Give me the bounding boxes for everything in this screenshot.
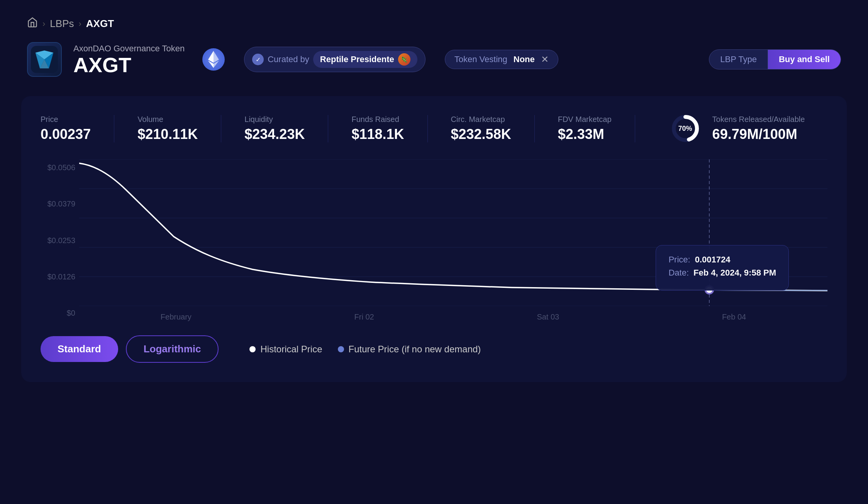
tooltip-price-row: Price: 0.001724: [668, 255, 776, 265]
tooltip-price-value: 0.001724: [695, 255, 731, 265]
breadcrumb-current: AXGT: [86, 18, 114, 30]
price-label: Price: [41, 115, 91, 124]
x-axis: February Fri 02 Sat 03 Feb 04: [79, 313, 827, 321]
legend-historical: Historical Price: [249, 344, 322, 355]
token-logo: [27, 42, 62, 77]
vesting-value: None: [514, 54, 535, 64]
stat-liquidity: Liquidity $234.23K: [244, 115, 328, 142]
curated-badge: ✓ Curated by Reptile Presidente 🦎: [244, 47, 426, 72]
vesting-badge: Token Vesting None ✕: [445, 50, 558, 69]
chart-card: Price 0.00237 Volume $210.11K Liquidity …: [21, 96, 847, 382]
lbp-type-button[interactable]: LBP Type Buy and Sell: [709, 49, 841, 69]
tooltip-date-label: Date:: [668, 268, 689, 278]
logarithmic-button[interactable]: Logarithmic: [126, 335, 219, 363]
breadcrumb-sep1: ›: [42, 19, 45, 29]
lbp-type-value: Buy and Sell: [768, 50, 841, 69]
lbp-type-label: LBP Type: [709, 50, 768, 69]
legend-historical-label: Historical Price: [260, 344, 322, 355]
liquidity-label: Liquidity: [244, 115, 305, 124]
chart-legend: Historical Price Future Price (if no new…: [249, 344, 481, 355]
stat-circ-mcap: Circ. Marketcap $232.58K: [451, 115, 535, 142]
breadcrumb-lbps[interactable]: LBPs: [50, 18, 74, 30]
curator-name[interactable]: Reptile Presidente 🦎: [313, 51, 417, 68]
fdv-label: FDV Marketcap: [558, 115, 612, 124]
legend-future: Future Price (if no new demand): [338, 344, 481, 355]
chart-controls: Standard Logarithmic Historical Price Fu…: [41, 335, 827, 363]
donut-percent: 70%: [678, 125, 692, 133]
tooltip-date-value: Feb 4, 2024, 9:58 PM: [693, 268, 776, 278]
volume-value: $210.11K: [137, 126, 198, 142]
donut-chart: 70%: [670, 113, 701, 144]
x-label-4: Feb 04: [722, 313, 746, 321]
liquidity-value: $234.23K: [244, 126, 305, 142]
fdv-value: $2.33M: [558, 126, 612, 142]
tokens-value: 69.79M/100M: [712, 126, 805, 142]
tokens-label: Tokens Released/Available: [712, 115, 805, 124]
legend-dot-future: [338, 346, 344, 352]
curated-label: Curated by: [268, 54, 309, 64]
curator-avatar: 🦎: [398, 53, 410, 66]
tooltip-price-label: Price:: [668, 255, 690, 265]
legend-dot-historical: [249, 346, 256, 352]
y-label-5: $0: [41, 309, 75, 318]
volume-label: Volume: [137, 115, 198, 124]
tooltip-date-row: Date: Feb 4, 2024, 9:58 PM: [668, 268, 776, 278]
vesting-close-icon[interactable]: ✕: [541, 54, 549, 65]
y-label-4: $0.0126: [41, 272, 75, 281]
y-axis: $0.0506 $0.0379 $0.0253 $0.0126 $0: [41, 159, 75, 321]
x-label-3: Sat 03: [537, 313, 559, 321]
stat-tokens: Tokens Released/Available 69.79M/100M: [712, 115, 805, 142]
circ-mcap-value: $232.58K: [451, 126, 511, 142]
circ-mcap-label: Circ. Marketcap: [451, 115, 511, 124]
vesting-label: Token Vesting: [454, 54, 507, 64]
curated-check-icon: ✓: [252, 54, 264, 65]
y-label-3: $0.0253: [41, 236, 75, 245]
x-label-1: February: [161, 313, 192, 321]
price-value: 0.00237: [41, 126, 91, 142]
header-row: AxonDAO Governance Token AXGT ✓ Curated …: [0, 42, 868, 96]
stats-row: Price 0.00237 Volume $210.11K Liquidity …: [41, 113, 827, 144]
legend-future-label: Future Price (if no new demand): [349, 344, 481, 355]
funds-raised-label: Funds Raised: [351, 115, 404, 124]
token-name-block: AxonDAO Governance Token AXGT: [73, 44, 185, 75]
chart-area[interactable]: $0.0506 $0.0379 $0.0253 $0.0126 $0: [41, 159, 827, 321]
x-label-2: Fri 02: [354, 313, 374, 321]
y-label-1: $0.0506: [41, 163, 75, 172]
stat-funds-raised: Funds Raised $118.1K: [351, 115, 427, 142]
breadcrumb-sep2: ›: [78, 19, 81, 29]
chart-tooltip: Price: 0.001724 Date: Feb 4, 2024, 9:58 …: [656, 245, 789, 291]
stat-volume: Volume $210.11K: [137, 115, 221, 142]
funds-raised-value: $118.1K: [351, 126, 404, 142]
token-full-name: AxonDAO Governance Token: [73, 44, 185, 54]
stat-fdv: FDV Marketcap $2.33M: [558, 115, 635, 142]
token-symbol: AXGT: [73, 54, 185, 75]
stat-price: Price 0.00237: [41, 115, 114, 142]
breadcrumb: › LBPs › AXGT: [0, 0, 868, 42]
y-label-2: $0.0379: [41, 200, 75, 208]
eth-icon: [202, 48, 225, 71]
standard-button[interactable]: Standard: [41, 336, 118, 362]
home-icon[interactable]: [27, 17, 38, 30]
